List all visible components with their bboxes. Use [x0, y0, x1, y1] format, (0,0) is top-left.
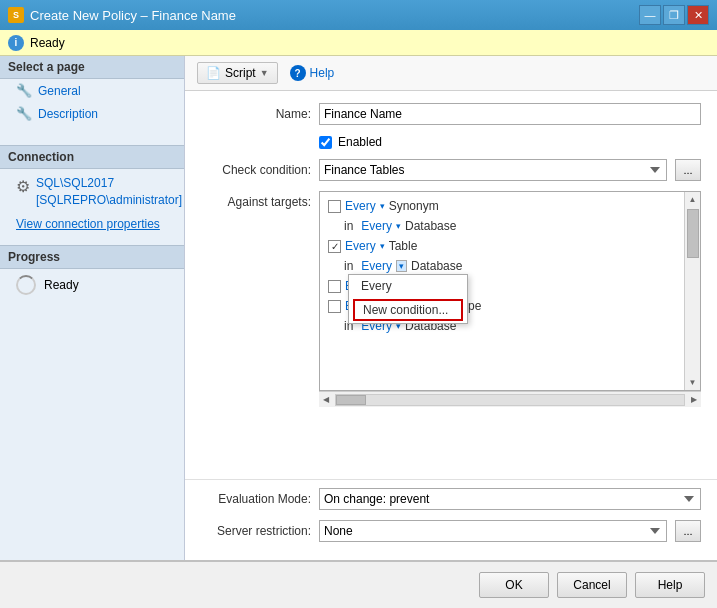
check-condition-label: Check condition:	[201, 163, 311, 177]
view-connection-link[interactable]: View connection properties	[0, 213, 184, 235]
script-button[interactable]: 📄 Script ▼	[197, 62, 278, 84]
window-controls: — ❐ ✕	[639, 5, 709, 25]
script-icon: 📄	[206, 66, 221, 80]
ev-checkbox[interactable]	[328, 280, 341, 293]
targets-box: Every ▾ Synonym in Every ▾ Database	[319, 191, 701, 391]
table-every-link[interactable]: Every	[345, 239, 376, 253]
vertical-scrollbar[interactable]: ▲ ▼	[684, 192, 700, 390]
progress-spinner	[16, 275, 36, 295]
enabled-label: Enabled	[338, 135, 382, 149]
table-in-text: in	[344, 259, 353, 273]
window-title: Create New Policy – Finance Name	[30, 8, 236, 23]
table-text: Table	[389, 239, 418, 253]
progress-status: Ready	[44, 278, 79, 292]
dropdown-popup: Every New condition...	[348, 274, 468, 324]
synonym-every-link[interactable]: Every	[345, 199, 376, 213]
table-checkbox[interactable]	[328, 240, 341, 253]
connection-icon: ⚙	[16, 177, 30, 196]
enabled-checkbox[interactable]	[319, 136, 332, 149]
dropdown-new-condition-item[interactable]: New condition...	[353, 299, 463, 321]
connection-server: SQL\SQL2017	[36, 175, 182, 192]
scroll-thumb[interactable]	[687, 209, 699, 258]
server-restriction-row: Server restriction: None ...	[201, 520, 701, 542]
scroll-up-arrow[interactable]: ▲	[686, 192, 700, 207]
sidebar-item-general[interactable]: 🔧 General	[0, 79, 184, 102]
form-area: Name: Enabled Check condition: Finance T…	[185, 91, 717, 479]
synonym-dropdown-arrow[interactable]: ▾	[380, 201, 385, 211]
minimize-button[interactable]: —	[639, 5, 661, 25]
general-link[interactable]: General	[38, 84, 81, 98]
scroll-down-arrow[interactable]: ▼	[686, 375, 700, 390]
help-button[interactable]: ? Help	[282, 62, 343, 84]
content-area: 📄 Script ▼ ? Help Name: Enabled	[185, 56, 717, 560]
against-targets-label: Against targets:	[201, 191, 311, 209]
table-db-text: Database	[411, 259, 462, 273]
description-link[interactable]: Description	[38, 107, 98, 121]
sidebar-item-description[interactable]: 🔧 Description	[0, 102, 184, 125]
status-bar: i Ready	[0, 30, 717, 56]
progress-header: Progress	[0, 245, 184, 269]
bottom-bar: OK Cancel Help	[0, 560, 717, 608]
close-button[interactable]: ✕	[687, 5, 709, 25]
app-icon: S	[8, 7, 24, 23]
info-icon: i	[8, 35, 24, 51]
dropdown-every-item[interactable]: Every	[349, 275, 467, 297]
help-icon: ?	[290, 65, 306, 81]
evaluation-mode-row: Evaluation Mode: On change: prevent On d…	[201, 488, 701, 510]
against-targets-row: Against targets: Every ▾ Synonym	[201, 191, 701, 407]
restore-button[interactable]: ❐	[663, 5, 685, 25]
synonym-db-text: Database	[405, 219, 456, 233]
cancel-button[interactable]: Cancel	[557, 572, 627, 598]
name-label: Name:	[201, 107, 311, 121]
table-dropdown-arrow[interactable]: ▾	[380, 241, 385, 251]
bottom-form: Evaluation Mode: On change: prevent On d…	[185, 479, 717, 560]
server-restriction-select[interactable]: None	[319, 520, 667, 542]
udt-checkbox[interactable]	[328, 300, 341, 313]
synonym-text: Synonym	[389, 199, 439, 213]
table-row: in Every ▾ Database	[324, 216, 680, 236]
table-row: in Every ▾ Database Every New condition.…	[324, 256, 680, 276]
targets-content: Every ▾ Synonym in Every ▾ Database	[320, 192, 700, 390]
server-restriction-browse[interactable]: ...	[675, 520, 701, 542]
name-row: Name:	[201, 103, 701, 125]
help-label: Help	[310, 66, 335, 80]
evaluation-mode-select[interactable]: On change: prevent On demand On schedule	[319, 488, 701, 510]
enabled-row: Enabled	[201, 135, 701, 149]
evaluation-mode-label: Evaluation Mode:	[201, 492, 311, 506]
h-scroll-left-arrow[interactable]: ◀	[319, 395, 333, 404]
check-condition-select[interactable]: Finance Tables	[319, 159, 667, 181]
title-bar: S Create New Policy – Finance Name — ❐ ✕	[0, 0, 717, 30]
name-input[interactable]	[319, 103, 701, 125]
table-row: Every ▾ Table	[324, 236, 680, 256]
table-db-dropdown[interactable]: ▾	[396, 260, 407, 272]
h-scroll-track	[335, 394, 685, 406]
h-scroll-right-arrow[interactable]: ▶	[687, 395, 701, 404]
synonym-in-text: in	[344, 219, 353, 233]
targets-container: Every ▾ Synonym in Every ▾ Database	[319, 191, 701, 407]
connection-user: [SQLREPRO\administrator]	[36, 192, 182, 209]
ok-button[interactable]: OK	[479, 572, 549, 598]
progress-item: Ready	[0, 269, 184, 299]
synonym-checkbox[interactable]	[328, 200, 341, 213]
toolbar: 📄 Script ▼ ? Help	[185, 56, 717, 91]
wrench-icon-general: 🔧	[16, 83, 32, 98]
check-condition-row: Check condition: Finance Tables ...	[201, 159, 701, 181]
server-restriction-label: Server restriction:	[201, 524, 311, 538]
script-label: Script	[225, 66, 256, 80]
synonym-db-every-link[interactable]: Every	[361, 219, 392, 233]
status-text: Ready	[30, 36, 65, 50]
table-db-every-link[interactable]: Every	[361, 259, 392, 273]
horizontal-scrollbar[interactable]: ◀ ▶	[319, 391, 701, 407]
connection-header: Connection	[0, 145, 184, 169]
sidebar: Select a page 🔧 General 🔧 Description Co…	[0, 56, 185, 560]
table-row: Every ▾ Synonym	[324, 196, 680, 216]
check-condition-browse[interactable]: ...	[675, 159, 701, 181]
synonym-db-dropdown[interactable]: ▾	[396, 221, 401, 231]
select-page-header: Select a page	[0, 56, 184, 79]
wrench-icon-description: 🔧	[16, 106, 32, 121]
connection-item: ⚙ SQL\SQL2017 [SQLREPRO\administrator]	[0, 169, 184, 213]
help-bottom-button[interactable]: Help	[635, 572, 705, 598]
h-scroll-thumb[interactable]	[336, 395, 366, 405]
script-dropdown-arrow: ▼	[260, 68, 269, 78]
